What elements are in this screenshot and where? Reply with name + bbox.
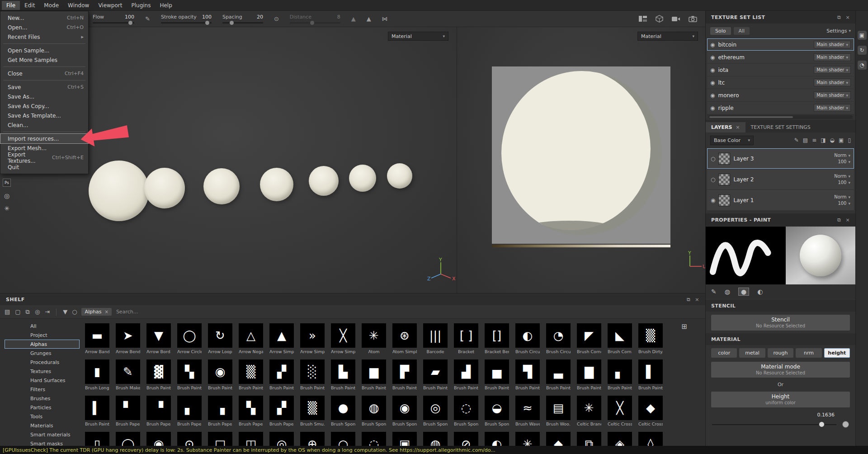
channel-color[interactable]: color xyxy=(711,348,737,358)
material-preview[interactable] xyxy=(786,227,855,284)
blend-mode-dropdown[interactable]: Norm▾ xyxy=(834,194,850,199)
symmetry-icon[interactable]: ⋈ xyxy=(382,15,388,22)
add-mask-icon[interactable]: ◨ xyxy=(821,137,826,143)
opacity-dropdown[interactable]: 100▾ xyxy=(838,201,850,206)
file-menu-item-recent-files[interactable]: Recent Files▸ xyxy=(0,32,88,42)
texture-set-row-ripple[interactable]: ◉rippleMain shader▾ xyxy=(707,102,854,114)
shelf-item-brush-spon[interactable]: ◎Brush Spon... xyxy=(423,396,448,426)
shelf-item-brush-paint[interactable]: ▍Brush Paint... xyxy=(85,396,109,426)
shelf-item-celtic-cross[interactable]: ◆Celtic Cross... xyxy=(638,396,663,426)
viewport3d-material-dropdown[interactable]: Material ▾ xyxy=(388,32,448,41)
dot-spacing-icon[interactable]: ⊙ xyxy=(274,15,279,22)
file-menu-item-quit[interactable]: Quit xyxy=(0,162,88,172)
shader-dropdown[interactable]: Main shader▾ xyxy=(814,53,851,61)
brush-icon[interactable]: ✎ xyxy=(711,288,717,295)
opacity-dropdown[interactable]: 100▾ xyxy=(838,159,850,164)
shelf-item-brush-spon[interactable]: ●Brush Spon... xyxy=(331,396,355,426)
hide-icon[interactable]: ◎ xyxy=(35,308,40,316)
shelf-category-particles[interactable]: Particles xyxy=(5,403,80,412)
stencil-button[interactable]: Stencil No Resource Selected xyxy=(711,315,850,331)
shelf-item-brush-pape[interactable]: ▚Brush Pape... xyxy=(239,396,263,426)
shelf-item[interactable]: ▣ xyxy=(392,432,417,446)
file-menu-item-export-textures[interactable]: Export Textures...Ctrl+Shift+E xyxy=(0,153,88,162)
shelf-item-arrow-loop[interactable]: ↻Arrow Loop xyxy=(208,323,232,354)
falloff-a-icon[interactable]: ▲ xyxy=(351,15,356,22)
file-menu-item-clean[interactable]: Clean... xyxy=(0,120,88,130)
layer-select-icon[interactable]: ○ xyxy=(711,156,715,162)
channel-rough[interactable]: rough xyxy=(768,348,793,358)
blend-mode-dropdown[interactable]: Norm▾ xyxy=(834,174,850,179)
shelf-item[interactable]: ◉ xyxy=(146,432,171,446)
texture-set-row-monero[interactable]: ◉moneroMain shader▾ xyxy=(707,89,854,101)
duplicate-icon[interactable]: ⧉ xyxy=(26,308,30,316)
shelf-item-brush-spon[interactable]: ◉Brush Spon... xyxy=(392,396,417,426)
screenshot-camera-icon[interactable] xyxy=(689,15,697,22)
shelf-category-hard-surfaces[interactable]: Hard Surfaces xyxy=(5,376,80,385)
half-sphere-icon[interactable]: ◐ xyxy=(757,288,763,295)
shelf-category-grunges[interactable]: Grunges xyxy=(5,349,80,358)
shelf-item-brush-paint[interactable]: ▆Brush Paint... xyxy=(362,359,386,390)
shelf-item-brush-corner[interactable]: ◤Brush Corner xyxy=(577,323,601,354)
file-menu-item-close[interactable]: CloseCtrl+F4 xyxy=(0,69,88,78)
channel-selector-dropdown[interactable]: Base Color ▾ xyxy=(710,136,754,145)
thumbnail-size-icon[interactable]: ⊞ xyxy=(681,322,687,331)
shelf-category-all[interactable]: All xyxy=(5,322,80,331)
shelf-item-celtic-branch[interactable]: ✳Celtic Branch xyxy=(577,396,601,426)
shelf-item-arrow-simple[interactable]: ▲Arrow Simple xyxy=(269,323,294,354)
chip-close-icon[interactable]: × xyxy=(105,309,108,314)
shelf-item-brush-paint[interactable]: ▒Brush Paint... xyxy=(239,359,263,390)
texture-set-row-iota[interactable]: ◉iotaMain shader▾ xyxy=(707,64,854,76)
filter-chip-alphas[interactable]: Alphas × xyxy=(81,308,111,316)
shelf-item-brush-paint[interactable]: ▓Brush Paint... xyxy=(146,359,171,390)
shelf-item-brush-paint[interactable]: ▙Brush Paint... xyxy=(331,359,355,390)
shader-dropdown[interactable]: Main shader▾ xyxy=(814,91,851,99)
shelf-item-arrow-simpl[interactable]: »Arrow Simpl... xyxy=(300,323,325,354)
shader-dropdown[interactable]: Main shader▾ xyxy=(814,66,851,74)
photoshop-plugin-icon[interactable]: Ps xyxy=(3,179,11,187)
height-button[interactable]: Height uniform color xyxy=(711,392,850,407)
menu-edit[interactable]: Edit xyxy=(20,1,39,10)
shader-dropdown[interactable]: Main shader▾ xyxy=(814,41,851,48)
close-icon[interactable]: × xyxy=(695,297,699,303)
file-menu-item-get-more-samples[interactable]: Get More Samples xyxy=(0,55,88,65)
menu-help[interactable]: Help xyxy=(155,1,176,10)
popout-icon[interactable]: ⧉ xyxy=(837,217,841,223)
tab-texture-set-settings[interactable]: TEXTURE SET SETTINGS xyxy=(745,122,816,132)
shader-panel-icon[interactable]: ◔ xyxy=(858,61,867,70)
shelf-item-brush-spon[interactable]: ◍Brush Spon... xyxy=(362,396,386,426)
layer-row-layer-1[interactable]: ◉Layer 1Norm▾100▾ xyxy=(707,190,854,210)
viewport-2d[interactable]: Material ▾ Y U xyxy=(457,27,705,293)
shelf-item-atom[interactable]: ✳Atom xyxy=(362,323,386,354)
delete-layer-icon[interactable]: ▯ xyxy=(848,137,851,143)
shelf-item[interactable]: ◆ xyxy=(546,432,571,446)
add-fill-icon[interactable]: ◒ xyxy=(830,137,835,143)
shelf-item[interactable]: ⊙ xyxy=(177,432,202,446)
shelf-item-brush-pape[interactable]: ▗Brush Pape... xyxy=(208,396,232,426)
shelf-item[interactable]: ⊕ xyxy=(300,432,325,446)
add-folder-icon[interactable]: ▣ xyxy=(839,137,844,143)
shelf-item-brush-paint[interactable]: ░Brush Paint... xyxy=(300,359,325,390)
shelf-item-brush-paint[interactable]: ▖Brush Paint... xyxy=(608,359,632,390)
shelf-item-brush-spon[interactable]: ◌Brush Spon... xyxy=(454,396,478,426)
shelf-item-brush-smu[interactable]: ▒Brush Smu... xyxy=(300,396,325,426)
slider-handle[interactable] xyxy=(819,421,825,427)
shelf-item-brush-paint[interactable]: ▃Brush Paint... xyxy=(546,359,571,390)
shelf-item[interactable]: ○ xyxy=(331,432,355,446)
flow-value[interactable]: 100 xyxy=(125,14,134,20)
visibility-icon[interactable]: ◉ xyxy=(710,67,715,73)
shelf-item[interactable]: ◊ xyxy=(638,432,663,446)
shelf-item-brush-paint[interactable]: ▚Brush Paint... xyxy=(177,359,202,390)
layer-row-layer-2[interactable]: ○Layer 2Norm▾100▾ xyxy=(707,169,854,189)
flow-slider[interactable] xyxy=(93,22,134,24)
popout-icon[interactable]: ⧉ xyxy=(687,297,690,303)
shelf-item-brush-paint[interactable]: ▜Brush Paint... xyxy=(515,359,540,390)
shelf-item-brush-pape[interactable]: ▞Brush Pape... xyxy=(269,396,294,426)
shelf-category-smart-materials[interactable]: Smart materials xyxy=(5,430,80,439)
shelf-item-bracket[interactable]: [ ]Bracket xyxy=(454,323,478,354)
file-menu-item-open-sample[interactable]: Open Sample... xyxy=(0,46,88,55)
blend-mode-dropdown[interactable]: Norm▾ xyxy=(834,153,850,158)
shelf-category-project[interactable]: Project xyxy=(5,331,80,340)
filter-funnel-icon[interactable]: ▼ xyxy=(63,308,67,315)
channel-nrm[interactable]: nrm xyxy=(796,348,821,358)
plugin-circle-icon[interactable]: ◎ xyxy=(4,192,9,199)
